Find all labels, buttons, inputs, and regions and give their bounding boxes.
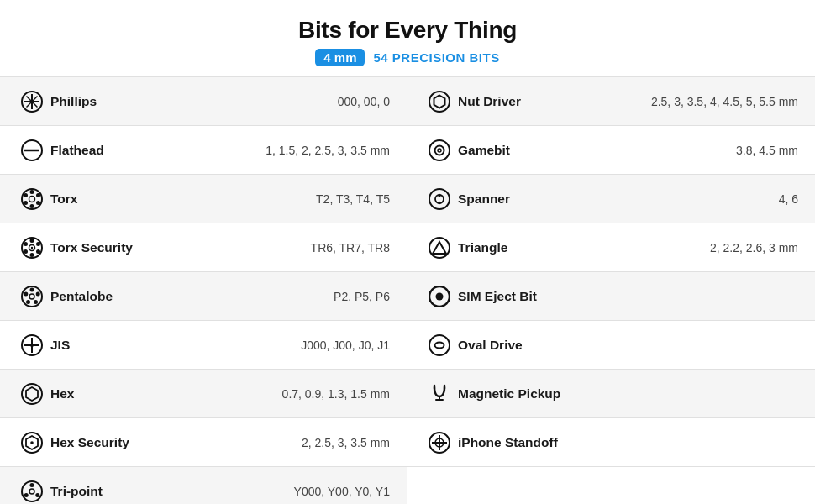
svg-marker-36 <box>26 387 38 401</box>
spanner-name: Spanner <box>458 192 559 207</box>
oval-drive-name: Oval Drive <box>458 338 559 353</box>
bit-row-magnetic-pickup: Magnetic Pickup <box>408 370 815 418</box>
sim-eject-name: SIM Eject Bit <box>458 289 559 304</box>
flathead-icon <box>17 139 47 161</box>
sim-eject-icon <box>424 286 455 307</box>
svg-point-27 <box>36 291 40 296</box>
flathead-sizes: 1, 1.5, 2, 2.5, 3, 3.5 mm <box>266 144 390 157</box>
torx-icon <box>17 188 47 210</box>
bit-row-torx-security: Torx SecurityTR6, TR7, TR8 <box>0 223 407 272</box>
bit-row-flathead: Flathead1, 1.5, 2, 2.5, 3, 3.5 mm <box>0 126 407 175</box>
gamebit-sizes: 3.8, 4.5 mm <box>736 144 798 157</box>
hex-sizes: 0.7, 0.9, 1.3, 1.5 mm <box>282 387 390 401</box>
pentalobe-sizes: P2, P5, P6 <box>334 290 390 303</box>
bit-row-nut-driver: Nut Driver2.5, 3, 3.5, 4, 4.5, 5, 5.5 mm <box>408 77 815 126</box>
bit-row-pentalobe: PentalobeP2, P5, P6 <box>0 272 407 321</box>
svg-point-13 <box>24 201 28 205</box>
iphone-standoff-name: iPhone Standoff <box>458 435 559 450</box>
spanner-icon <box>424 188 455 210</box>
svg-point-41 <box>29 489 34 494</box>
svg-point-39 <box>30 441 34 444</box>
page-header: Bits for Every Thing 4 mm 54 PRECISION B… <box>0 0 815 76</box>
phillips-sizes: 000, 00, 0 <box>338 95 390 108</box>
page-title: Bits for Every Thing <box>0 17 815 44</box>
jis-sizes: J000, J00, J0, J1 <box>301 339 390 352</box>
svg-point-53 <box>438 201 441 204</box>
svg-point-28 <box>34 300 38 304</box>
svg-point-22 <box>24 249 28 254</box>
nut-driver-sizes: 2.5, 3, 3.5, 4, 4.5, 5, 5.5 mm <box>651 95 798 108</box>
svg-point-17 <box>31 246 33 248</box>
pentalobe-name: Pentalobe <box>50 289 151 304</box>
svg-marker-55 <box>433 242 446 254</box>
svg-point-9 <box>30 190 34 194</box>
subtitle-row: 4 mm 54 PRECISION BITS <box>0 49 815 66</box>
bit-row-jis: JISJ000, J00, J0, J1 <box>0 321 407 370</box>
bit-row-triangle: Triangle2, 2.2, 2.6, 3 mm <box>408 223 815 272</box>
bit-row-hex-security: Hex Security2, 2.5, 3, 3.5 mm <box>0 418 407 467</box>
torx-security-sizes: TR6, TR7, TR8 <box>311 241 390 255</box>
pentalobe-icon <box>17 286 47 307</box>
torx-security-icon <box>17 237 47 259</box>
svg-point-52 <box>438 193 441 197</box>
svg-marker-46 <box>434 95 445 108</box>
bit-row-phillips: Phillips000, 00, 0 <box>0 77 407 126</box>
svg-point-47 <box>429 140 450 160</box>
svg-point-25 <box>29 294 34 299</box>
svg-point-59 <box>435 342 444 348</box>
jis-icon <box>17 334 47 356</box>
svg-point-50 <box>429 189 450 209</box>
gamebit-icon <box>424 139 455 161</box>
bits-grid: Phillips000, 00, 0 Flathead1, 1.5, 2, 2.… <box>0 76 815 504</box>
iphone-standoff-icon <box>424 432 455 454</box>
spanner-sizes: 4, 6 <box>779 192 798 206</box>
magnetic-pickup-name: Magnetic Pickup <box>458 386 560 402</box>
gamebit-name: Gamebit <box>458 143 559 158</box>
svg-point-26 <box>30 287 34 291</box>
hex-security-sizes: 2, 2.5, 3, 3.5 mm <box>302 436 390 449</box>
svg-point-8 <box>29 196 35 202</box>
bit-row-sim-eject: SIM Eject Bit <box>408 272 815 321</box>
hex-security-name: Hex Security <box>50 435 151 450</box>
svg-point-34 <box>30 344 34 347</box>
svg-point-42 <box>30 483 34 487</box>
tri-point-sizes: Y000, Y00, Y0, Y1 <box>294 485 390 498</box>
bit-row-hex: Hex0.7, 0.9, 1.3, 1.5 mm <box>0 370 407 418</box>
right-column: Nut Driver2.5, 3, 3.5, 4, 4.5, 5, 5.5 mm… <box>408 77 815 504</box>
svg-point-23 <box>24 242 28 246</box>
svg-point-29 <box>26 300 30 304</box>
hex-security-icon <box>17 432 47 454</box>
torx-sizes: T2, T3, T4, T5 <box>316 192 390 206</box>
jis-name: JIS <box>50 338 151 353</box>
left-column: Phillips000, 00, 0 Flathead1, 1.5, 2, 2.… <box>0 77 408 504</box>
bit-row-oval-drive: Oval Drive <box>408 321 815 370</box>
svg-point-11 <box>36 201 40 205</box>
bit-row-gamebit: Gamebit3.8, 4.5 mm <box>408 126 815 175</box>
magnetic-pickup-icon <box>424 383 455 405</box>
triangle-icon <box>424 237 455 259</box>
bits-count: 54 PRECISION BITS <box>373 50 499 65</box>
flathead-name: Flathead <box>50 143 151 158</box>
svg-point-12 <box>30 204 34 208</box>
svg-point-48 <box>435 145 444 155</box>
torx-name: Torx <box>50 192 151 207</box>
svg-point-44 <box>24 493 29 497</box>
bit-row-spanner: Spanner4, 6 <box>408 175 815 223</box>
svg-point-58 <box>429 335 450 355</box>
svg-point-21 <box>30 253 34 257</box>
bit-row-tri-point: Tri-pointY000, Y00, Y0, Y1 <box>0 467 407 504</box>
tri-point-icon <box>17 480 47 502</box>
svg-point-19 <box>36 242 40 246</box>
phillips-name: Phillips <box>50 94 151 109</box>
svg-point-30 <box>24 291 28 296</box>
hex-name: Hex <box>50 386 151 402</box>
phillips-icon <box>17 91 47 113</box>
triangle-name: Triangle <box>458 240 559 255</box>
oval-drive-icon <box>424 334 455 356</box>
triangle-sizes: 2, 2.2, 2.6, 3 mm <box>710 241 798 255</box>
bit-row-iphone-standoff: iPhone Standoff <box>408 418 815 467</box>
torx-security-name: Torx Security <box>50 240 151 255</box>
svg-point-57 <box>436 292 444 300</box>
svg-point-14 <box>24 193 28 197</box>
svg-point-18 <box>30 239 34 243</box>
